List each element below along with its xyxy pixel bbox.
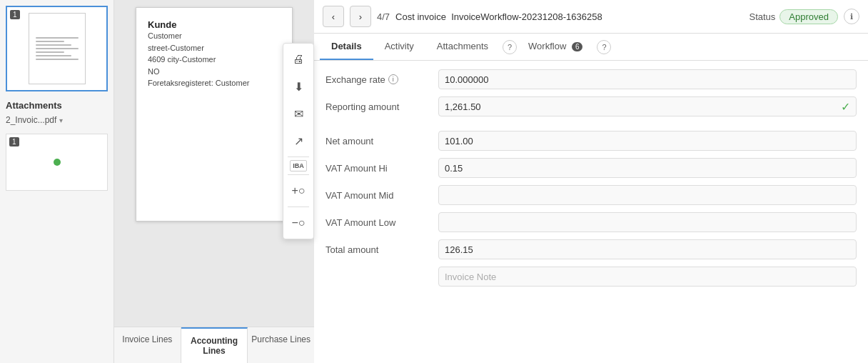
vat-low-row: VAT Amount Low <box>326 212 857 232</box>
status-label: Status <box>749 11 775 22</box>
exchange-rate-input[interactable]: 10.000000 <box>438 69 857 89</box>
invoice-note-input[interactable]: Invoice Note <box>438 267 857 287</box>
thumbnail-line <box>36 55 71 56</box>
reporting-amount-label: Reporting amount <box>326 101 433 112</box>
tabs-bar: Details Activity Attachments ? Workflow … <box>314 34 868 61</box>
net-amount-row: Net amount 101.00 <box>326 131 857 151</box>
thumbnail-line <box>36 51 64 53</box>
toolbar-divider-3 <box>288 207 308 207</box>
vat-low-input[interactable] <box>438 212 857 232</box>
left-panel: 1 Attachments 2_Invoic...pdf ▾ 1 <box>0 0 114 363</box>
zoom-in-button[interactable]: +○ <box>286 178 311 204</box>
right-panel: ‹ › 4/7 Cost invoice InvoiceWorkflow-202… <box>314 0 868 363</box>
workflow-help-icon[interactable]: ? <box>597 40 611 54</box>
vat-hi-input[interactable]: 0.15 <box>438 158 857 178</box>
thumbnail-line <box>36 59 79 60</box>
address-line-5: Foretaksregisteret: Customer <box>148 77 281 89</box>
print-button[interactable]: 🖨 <box>286 46 311 72</box>
form-spacer <box>326 124 857 131</box>
invoice-note-row: Invoice Note <box>326 267 857 287</box>
total-amount-input[interactable]: 126.15 <box>438 239 857 259</box>
exchange-rate-label: Exchange rate i <box>326 74 433 85</box>
company-name: Kunde <box>148 19 281 30</box>
toolbar-divider-2 <box>288 174 308 175</box>
total-amount-row: Total amount 126.15 <box>326 239 857 259</box>
download-button[interactable]: ⬇ <box>286 74 311 99</box>
tab-attachments[interactable]: Attachments <box>425 34 500 60</box>
tab-invoice-lines[interactable]: Invoice Lines <box>114 327 181 363</box>
vat-low-label: VAT Amount Low <box>326 217 433 228</box>
attachments-help-icon[interactable]: ? <box>503 40 517 54</box>
zoom-out-button[interactable]: −○ <box>286 210 311 236</box>
mail-button[interactable]: ✉ <box>286 101 311 126</box>
vat-mid-input[interactable] <box>438 185 857 205</box>
net-amount-input[interactable]: 101.00 <box>438 131 857 151</box>
document-area: Kunde Customer street-Customer 4609 city… <box>114 0 314 363</box>
vat-hi-row: VAT Amount Hi 0.15 <box>326 158 857 178</box>
attachment-filename: 2_Invoic...pdf <box>6 115 56 125</box>
status-badge: Approved <box>779 9 838 24</box>
net-amount-label: Net amount <box>326 136 433 146</box>
total-amount-label: Total amount <box>326 244 433 255</box>
address-line-4: NO <box>148 66 281 78</box>
thumbnail-main[interactable]: 1 <box>6 6 108 91</box>
exchange-rate-row: Exchange rate i 10.000000 <box>326 69 857 89</box>
thumbnail-line <box>36 41 64 42</box>
thumbnail-line <box>36 44 71 46</box>
thumbnail-small[interactable]: 1 <box>6 134 108 191</box>
attachment-item[interactable]: 2_Invoic...pdf ▾ <box>6 115 108 125</box>
form-area: Exchange rate i 10.000000 Reporting amou… <box>314 61 868 363</box>
workflow-badge: 6 <box>572 42 583 51</box>
bottom-tabs: Invoice Lines Accounting Lines Purchase … <box>114 327 314 363</box>
address-line-1: Customer <box>148 30 281 42</box>
document-title: Cost invoice InvoiceWorkflow-20231208-16… <box>395 11 743 22</box>
check-icon: ✓ <box>841 100 850 114</box>
thumbnail-lines <box>36 35 79 62</box>
tab-workflow[interactable]: Workflow 6 <box>517 34 594 60</box>
vat-mid-row: VAT Amount Mid <box>326 185 857 205</box>
address-line-3: 4609 city-Customer <box>148 54 281 66</box>
reporting-amount-input[interactable]: 1,261.50 ✓ <box>438 96 857 116</box>
vat-hi-label: VAT Amount Hi <box>326 163 433 174</box>
external-link-button[interactable]: ↗ <box>286 128 311 154</box>
toolbar-overlay: 🖨 ⬇ ✉ ↗ IBA +○ −○ <box>283 43 314 239</box>
thumbnail-line <box>36 37 79 39</box>
exchange-rate-info-icon[interactable]: i <box>388 74 398 84</box>
status-section: Status Approved <box>749 9 838 24</box>
attachments-section: Attachments 2_Invoic...pdf ▾ <box>6 97 108 128</box>
vat-mid-label: VAT Amount Mid <box>326 190 433 201</box>
chevron-down-icon: ▾ <box>59 116 63 124</box>
reporting-amount-row: Reporting amount 1,261.50 ✓ <box>326 96 857 116</box>
invoice-document: Kunde Customer street-Customer 4609 city… <box>136 7 293 222</box>
page-counter: 4/7 <box>377 11 390 22</box>
tab-accounting-lines[interactable]: Accounting Lines <box>181 327 248 363</box>
prev-button[interactable]: ‹ <box>323 6 344 27</box>
status-dot <box>54 159 61 166</box>
tab-purchase-lines[interactable]: Purchase Lines <box>248 327 314 363</box>
thumbnail-line <box>36 48 79 49</box>
iba-badge: IBA <box>290 160 307 171</box>
info-icon[interactable]: ℹ <box>844 9 859 24</box>
next-button[interactable]: › <box>350 6 371 27</box>
toolbar-divider <box>288 156 308 157</box>
page-number-badge: 1 <box>10 10 20 19</box>
page-number-badge-2: 1 <box>9 137 19 146</box>
attachments-label: Attachments <box>6 100 108 111</box>
header-bar: ‹ › 4/7 Cost invoice InvoiceWorkflow-202… <box>314 0 868 34</box>
address-line-2: street-Customer <box>148 42 281 54</box>
tab-activity[interactable]: Activity <box>373 34 425 60</box>
tab-details[interactable]: Details <box>320 34 373 60</box>
thumbnail-doc-preview <box>29 13 86 84</box>
